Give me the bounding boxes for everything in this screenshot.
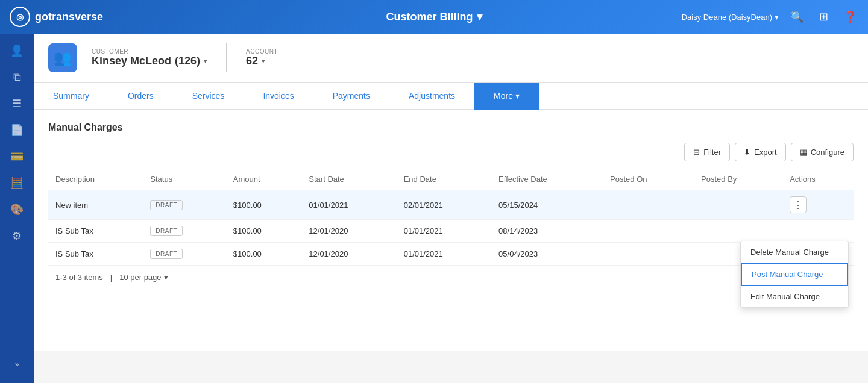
export-button[interactable]: ⬇ Export	[735, 143, 786, 161]
configure-button[interactable]: ▦ Configure	[791, 143, 854, 161]
cell-end-date: 02/01/2021	[397, 190, 491, 220]
context-menu-post[interactable]: Post Manual Charge	[741, 263, 848, 286]
cell-effective-date: 05/15/2024	[491, 190, 603, 220]
user-menu[interactable]: Daisy Deane (DaisyDean) ▾	[682, 13, 779, 22]
top-navigation: ◎ gotransverse Customer Billing ▾ Daisy …	[0, 0, 868, 34]
cell-amount: $100.00	[226, 243, 301, 266]
cell-actions: ⋮	[782, 190, 854, 220]
cell-status: DRAFT	[143, 190, 226, 220]
cell-status: DRAFT	[143, 220, 226, 243]
cell-start-date: 12/01/2020	[301, 243, 396, 266]
col-posted-on: Posted On	[603, 169, 694, 190]
sidebar-expand-button[interactable]: »	[5, 355, 29, 373]
sidebar-item-copy[interactable]: ⧉	[5, 65, 29, 89]
export-icon: ⬇	[744, 148, 750, 157]
customer-header: 👥 CUSTOMER Kinsey McLeod (126) ▾ ACCOUNT…	[34, 34, 868, 83]
cell-description: IS Sub Tax	[48, 243, 143, 266]
manual-charges-table: Description Status Amount Start Date End…	[48, 169, 854, 266]
tab-orders[interactable]: Orders	[108, 83, 173, 110]
user-dropdown-arrow: ▾	[775, 13, 779, 22]
col-amount: Amount	[226, 169, 301, 190]
cell-posted-by	[694, 190, 782, 220]
cell-effective-date: 08/14/2023	[491, 220, 603, 243]
status-badge: DRAFT	[150, 226, 183, 236]
configure-icon: ▦	[800, 148, 807, 157]
context-menu-delete[interactable]: Delete Manual Charge	[741, 241, 848, 263]
sidebar-item-card[interactable]: 💳	[5, 145, 29, 169]
col-start-date: Start Date	[301, 169, 396, 190]
tab-services[interactable]: Services	[173, 83, 244, 110]
cell-end-date: 01/01/2021	[397, 220, 491, 243]
col-effective-date: Effective Date	[491, 169, 603, 190]
tab-bar: Summary Orders Services Invoices Payment…	[34, 83, 868, 110]
cell-effective-date: 05/04/2023	[491, 243, 603, 266]
header-separator	[226, 43, 227, 72]
cell-posted-by	[694, 220, 782, 243]
account-label: ACCOUNT	[246, 48, 278, 55]
sidebar-item-calculator[interactable]: 🧮	[5, 171, 29, 195]
sidebar-item-document[interactable]: 📄	[5, 118, 29, 142]
tab-adjustments[interactable]: Adjustments	[389, 83, 474, 110]
tab-summary[interactable]: Summary	[34, 83, 108, 110]
col-actions: Actions	[782, 169, 854, 190]
per-page-select[interactable]: 10 per page ▾	[119, 273, 168, 282]
cell-posted-on	[603, 220, 694, 243]
sidebar-item-palette[interactable]: 🎨	[5, 198, 29, 222]
account-dropdown-arrow: ▾	[262, 58, 265, 64]
account-info: ACCOUNT 62 ▾	[246, 48, 278, 67]
cell-posted-on	[603, 190, 694, 220]
search-icon[interactable]: 🔍	[788, 8, 805, 25]
sidebar-item-gear[interactable]: ⚙	[5, 224, 29, 248]
sidebar-item-list[interactable]: ☰	[5, 92, 29, 116]
cell-description: IS Sub Tax	[48, 220, 143, 243]
tab-more[interactable]: More ▾	[474, 83, 539, 110]
cell-actions	[782, 220, 854, 243]
cell-posted-on	[603, 243, 694, 266]
main-content: 👥 CUSTOMER Kinsey McLeod (126) ▾ ACCOUNT…	[34, 34, 868, 383]
actions-menu-button[interactable]: ⋮	[790, 196, 807, 213]
filter-button[interactable]: ⊟ Filter	[684, 143, 730, 161]
table-row: New item DRAFT $100.00 01/01/2021 02/01/…	[48, 190, 854, 220]
col-posted-by: Posted By	[694, 169, 782, 190]
cell-end-date: 01/01/2021	[397, 243, 491, 266]
tab-invoices[interactable]: Invoices	[244, 83, 313, 110]
per-page-arrow: ▾	[164, 273, 168, 282]
nav-title[interactable]: Customer Billing ▾	[386, 10, 482, 23]
content-area: Manual Charges ⊟ Filter ⬇ Export ▦ Confi…	[34, 110, 868, 351]
customer-info: CUSTOMER Kinsey McLeod (126) ▾	[92, 48, 207, 67]
table-header-row: Description Status Amount Start Date End…	[48, 169, 854, 190]
account-id[interactable]: 62 ▾	[246, 55, 278, 67]
customer-avatar: 👥	[48, 43, 77, 72]
toolbar: ⊟ Filter ⬇ Export ▦ Configure	[48, 143, 854, 161]
customer-dropdown-arrow: ▾	[204, 58, 207, 64]
tab-payments[interactable]: Payments	[313, 83, 389, 110]
sidebar: 👤 ⧉ ☰ 📄 💳 🧮 🎨 ⚙ »	[0, 34, 34, 383]
table-row: IS Sub Tax DRAFT $100.00 12/01/2020 01/0…	[48, 243, 854, 266]
pagination-separator: |	[110, 273, 112, 282]
cell-status: DRAFT	[143, 243, 226, 266]
table-row: IS Sub Tax DRAFT $100.00 12/01/2020 01/0…	[48, 220, 854, 243]
cell-start-date: 01/01/2021	[301, 190, 396, 220]
cell-start-date: 12/01/2020	[301, 220, 396, 243]
status-badge: DRAFT	[150, 249, 183, 259]
col-status: Status	[143, 169, 226, 190]
pagination: 1-3 of 3 items | 10 per page ▾	[48, 266, 854, 282]
page-title: Manual Charges	[48, 122, 854, 133]
cell-amount: $100.00	[226, 220, 301, 243]
logo-area[interactable]: ◎ gotransverse	[10, 7, 103, 27]
customer-name[interactable]: Kinsey McLeod (126) ▾	[92, 55, 207, 67]
nav-right-area: Daisy Deane (DaisyDean) ▾ 🔍 ⊞ ❓	[682, 8, 858, 25]
col-description: Description	[48, 169, 143, 190]
filter-icon: ⊟	[693, 148, 700, 157]
context-menu: Delete Manual Charge Post Manual Charge …	[740, 241, 849, 308]
customer-label: CUSTOMER	[92, 48, 207, 55]
logo-icon: ◎	[10, 7, 30, 27]
context-menu-edit[interactable]: Edit Manual Charge	[741, 286, 848, 307]
sidebar-item-users[interactable]: 👤	[5, 39, 29, 63]
help-icon[interactable]: ❓	[841, 8, 858, 25]
col-end-date: End Date	[397, 169, 491, 190]
cell-description: New item	[48, 190, 143, 220]
cell-amount: $100.00	[226, 190, 301, 220]
pagination-summary: 1-3 of 3 items	[55, 273, 103, 282]
apps-icon[interactable]: ⊞	[815, 8, 832, 25]
